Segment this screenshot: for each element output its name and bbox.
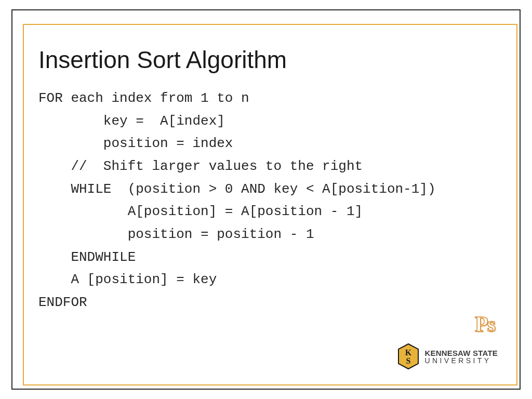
- svg-text:S: S: [406, 356, 411, 365]
- slide-title: Insertion Sort Algorithm: [38, 46, 506, 74]
- code-line: ENDFOR: [38, 295, 87, 310]
- code-line: position = position - 1: [38, 227, 314, 242]
- svg-text:K: K: [405, 348, 412, 357]
- code-line: key = A[index]: [38, 113, 225, 129]
- ps-watermark-icon: Ps: [475, 312, 495, 337]
- ks-emblem-icon: K S: [396, 343, 420, 370]
- code-line: FOR each index from 1 to n: [38, 90, 249, 106]
- code-line: WHILE (position > 0 AND key < A[position…: [38, 181, 436, 197]
- code-line: A[position] = A[position - 1]: [38, 204, 363, 219]
- university-logo: K S KENNESAW STATE UNIVERSITY: [396, 343, 498, 370]
- code-line: A [position] = key: [38, 272, 217, 287]
- code-line: ENDWHILE: [38, 249, 136, 265]
- code-line: position = index: [38, 136, 233, 151]
- code-line: // Shift larger values to the right: [38, 158, 363, 174]
- university-name-bottom: UNIVERSITY: [424, 357, 498, 364]
- pseudocode-block: FOR each index from 1 to n key = A[index…: [38, 87, 506, 314]
- university-name-top: KENNESAW STATE: [424, 349, 498, 357]
- university-name: KENNESAW STATE UNIVERSITY: [424, 349, 498, 364]
- slide-outer-frame: Insertion Sort Algorithm FOR each index …: [11, 9, 521, 390]
- slide-content: Insertion Sort Algorithm FOR each index …: [38, 46, 506, 314]
